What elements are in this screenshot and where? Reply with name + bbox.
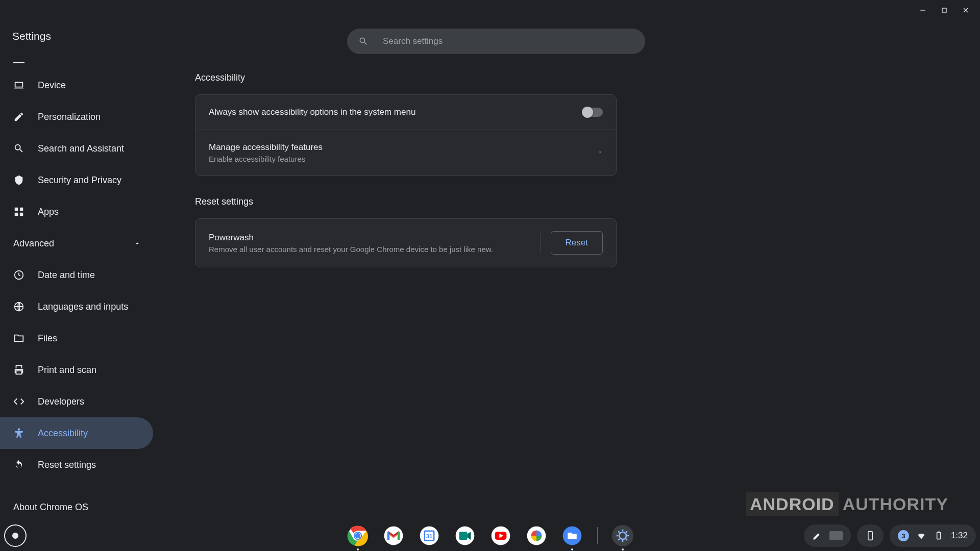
tray-phone[interactable] xyxy=(857,524,884,547)
minimize-button[interactable] xyxy=(914,1,932,19)
maximize-button[interactable] xyxy=(935,1,953,19)
svg-rect-1 xyxy=(15,208,18,211)
row-manage-a11y[interactable]: Manage accessibility features Enable acc… xyxy=(195,130,616,176)
sidebar-item-print-scan[interactable]: Print and scan xyxy=(0,354,153,386)
chevron-up-icon xyxy=(134,240,141,247)
svg-point-7 xyxy=(18,429,20,431)
sidebar-item-device[interactable]: Device xyxy=(0,69,153,101)
reset-icon xyxy=(13,459,24,470)
shield-icon xyxy=(13,174,24,186)
accessibility-icon xyxy=(13,428,24,439)
sidebar-item-developers[interactable]: Developers xyxy=(0,386,153,417)
svg-rect-2 xyxy=(20,208,23,211)
search-placeholder: Search settings xyxy=(383,36,443,46)
sidebar-item-label: Device xyxy=(38,80,66,91)
toggle-always-show-a11y[interactable] xyxy=(582,108,603,117)
sidebar-item-label: Languages and inputs xyxy=(38,302,128,312)
sidebar-item-label: About Chrome OS xyxy=(13,502,88,513)
svg-rect-26 xyxy=(937,532,941,539)
shelf-app-settings[interactable] xyxy=(612,525,633,546)
svg-rect-4 xyxy=(20,213,23,216)
row-label: Always show accessibility options in the… xyxy=(209,107,415,117)
notification-badge: 3 xyxy=(898,530,909,541)
sidebar-item-files[interactable]: Files xyxy=(0,322,153,354)
clock-icon xyxy=(13,269,24,281)
row-always-show-a11y[interactable]: Always show accessibility options in the… xyxy=(195,95,616,130)
sidebar-item-label: Print and scan xyxy=(38,365,96,375)
phone-icon xyxy=(865,531,875,541)
watermark: ANDROIDAUTHORITY xyxy=(746,494,948,514)
code-icon xyxy=(13,396,24,407)
sidebar-item-search-assistant[interactable]: Search and Assistant xyxy=(0,133,153,164)
truncated-top-indicator xyxy=(13,62,24,65)
titlebar xyxy=(0,0,980,20)
row-subtitle: Remove all user accounts and reset your … xyxy=(209,245,493,254)
sidebar-item-label: Personalization xyxy=(38,112,101,122)
sidebar-item-label: Reset settings xyxy=(38,460,96,470)
search-icon xyxy=(13,143,24,154)
sidebar-item-label: Developers xyxy=(38,396,84,407)
sidebar-item-accessibility[interactable]: Accessibility xyxy=(0,417,153,449)
shelf-app-meet[interactable] xyxy=(454,525,476,546)
sidebar-item-languages-inputs[interactable]: Languages and inputs xyxy=(0,291,153,322)
thumbnail xyxy=(829,531,843,540)
shelf-separator xyxy=(597,527,598,544)
shelf-app-photos[interactable] xyxy=(526,525,547,546)
shelf: 31 3 1:32 xyxy=(0,520,980,551)
shelf-app-calendar[interactable]: 31 xyxy=(419,525,440,546)
chevron-right-icon xyxy=(598,148,603,158)
sidebar-item-label: Security and Privacy xyxy=(38,175,121,186)
svg-text:31: 31 xyxy=(426,533,432,539)
sidebar-section-advanced[interactable]: Advanced xyxy=(0,228,154,259)
globe-icon xyxy=(13,301,24,312)
sidebar-item-label: Date and time xyxy=(38,270,95,281)
row-subtitle: Enable accessibility features xyxy=(209,155,323,163)
printer-icon xyxy=(13,364,24,375)
close-button[interactable] xyxy=(957,1,975,19)
tray-stylus[interactable] xyxy=(804,524,851,547)
svg-rect-27 xyxy=(938,532,939,533)
reset-button[interactable]: Reset xyxy=(551,231,603,255)
search-input[interactable]: Search settings xyxy=(347,29,645,54)
svg-rect-3 xyxy=(15,213,18,216)
sidebar-item-label: Apps xyxy=(38,207,59,217)
svg-point-24 xyxy=(619,532,626,539)
svg-rect-0 xyxy=(942,8,946,12)
clock: 1:32 xyxy=(951,531,968,541)
section-title-reset: Reset settings xyxy=(195,196,617,207)
stylus-icon xyxy=(812,531,822,541)
row-label: Manage accessibility features xyxy=(209,142,323,153)
sidebar-item-personalization[interactable]: Personalization xyxy=(0,101,153,133)
divider xyxy=(0,486,154,486)
launcher-button[interactable] xyxy=(4,524,27,547)
sidebar-section-label: Advanced xyxy=(13,238,54,249)
wifi-icon xyxy=(916,531,926,541)
battery-icon xyxy=(934,531,944,541)
shelf-app-files[interactable] xyxy=(561,525,583,546)
shelf-app-gmail[interactable] xyxy=(383,525,404,546)
sidebar-item-security-privacy[interactable]: Security and Privacy xyxy=(0,164,153,196)
sidebar-item-reset-settings[interactable]: Reset settings xyxy=(0,449,153,481)
sidebar-item-date-time[interactable]: Date and time xyxy=(0,259,153,291)
divider xyxy=(540,233,541,253)
svg-rect-19 xyxy=(459,532,467,540)
grid-icon xyxy=(13,206,24,217)
sidebar-item-about[interactable]: About Chrome OS xyxy=(0,491,154,520)
section-title-accessibility: Accessibility xyxy=(195,72,617,83)
svg-point-12 xyxy=(355,533,360,539)
shelf-app-youtube[interactable] xyxy=(490,525,511,546)
page-title: Settings xyxy=(12,30,51,42)
tray-status[interactable]: 3 1:32 xyxy=(890,524,976,547)
sidebar: Device Personalization Search and Assist… xyxy=(0,52,154,520)
search-icon xyxy=(358,36,369,46)
sidebar-item-apps[interactable]: Apps xyxy=(0,196,153,228)
shelf-app-chrome[interactable] xyxy=(347,525,369,546)
sidebar-item-label: Search and Assistant xyxy=(38,143,124,154)
row-label: Powerwash xyxy=(209,233,493,243)
folder-icon xyxy=(13,333,24,344)
accessibility-card: Always show accessibility options in the… xyxy=(195,94,617,176)
sidebar-item-label: Accessibility xyxy=(38,428,88,439)
row-powerwash: Powerwash Remove all user accounts and r… xyxy=(195,219,616,267)
sidebar-item-label: Files xyxy=(38,333,57,344)
laptop-icon xyxy=(13,80,24,91)
